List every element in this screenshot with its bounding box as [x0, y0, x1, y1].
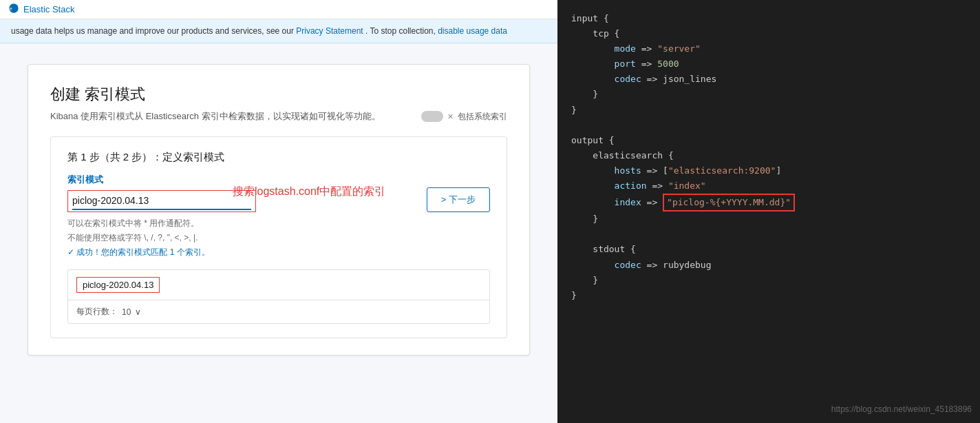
elastic-stack-link[interactable]: Elastic Stack [23, 4, 74, 14]
notice-bar: usage data helps us manage and improve o… [0, 19, 557, 43]
code-line-8 [571, 118, 966, 133]
pagination-chevron-icon[interactable]: ∨ [135, 307, 141, 317]
hint-text-1: 可以在索引模式中将 * 用作通配符。 [67, 218, 427, 229]
result-item-wrapper: piclog-2020.04.13 [68, 270, 489, 300]
create-index-pattern-card: 创建 索引模式 Kibana 使用索引模式从 Elasticsearch 索引中… [28, 64, 530, 355]
code-line-11: hosts => ["elasticsearch:9200"] [571, 163, 966, 178]
include-system-toggle[interactable] [421, 111, 443, 122]
toggle-label: 包括系统索引 [458, 111, 507, 123]
code-line-7: } [571, 103, 966, 118]
toggle-area: ✕ 包括系统索引 [421, 111, 507, 123]
code-line-1: input { [571, 11, 966, 26]
right-panel: input { tcp { mode => "server" port => 5… [557, 0, 980, 423]
result-item: piclog-2020.04.13 [76, 277, 160, 293]
code-line-2: tcp { [571, 26, 966, 41]
stop-text: . To stop collection, [365, 26, 436, 36]
next-button[interactable]: > 下一步 [427, 187, 490, 212]
watermark: https://blog.csdn.net/weixin_45183896 [831, 402, 972, 416]
input-border-box [67, 190, 256, 212]
code-line-12: action => "index" [571, 178, 966, 194]
code-line-5: codec => json_lines [571, 72, 966, 87]
step-row: 索引模式 搜索logstash.conf中配置的索引 可以在索引模式中将 * 用… [67, 174, 490, 258]
step-section: 第 1 步（共 2 步）：定义索引模式 索引模式 搜索logstash.conf… [50, 136, 507, 338]
code-line-14: } [571, 212, 966, 227]
pagination-row: 每页行数： 10 ∨ [68, 300, 489, 323]
success-text: ✓ 成功！您的索引模式匹配 1 个索引。 [67, 247, 427, 258]
code-line-6: } [571, 87, 966, 102]
main-content: 创建 索引模式 Kibana 使用索引模式从 Elasticsearch 索引中… [0, 43, 557, 423]
code-block: input { tcp { mode => "server" port => 5… [571, 11, 966, 303]
annotation-text: 搜索logstash.conf中配置的索引 [233, 185, 385, 199]
notice-text: usage data helps us manage and improve o… [11, 26, 294, 36]
elastic-logo-icon: e [8, 3, 19, 16]
code-line-4: port => 5000 [571, 56, 966, 72]
left-fields: 索引模式 搜索logstash.conf中配置的索引 可以在索引模式中将 * 用… [67, 174, 427, 258]
close-icon: ✕ [447, 112, 454, 121]
code-line-13: index => "piclog-%{+YYYY.MM.dd}" [571, 194, 966, 212]
code-line-9: output { [571, 133, 966, 148]
card-subtitle-text: Kibana 使用索引模式从 Elasticsearch 索引中检索数据，以实现… [50, 110, 381, 123]
code-line-19: } [571, 288, 966, 303]
code-line-10: elasticsearch { [571, 148, 966, 163]
pagination-label: 每页行数： [76, 306, 118, 318]
card-subtitle: Kibana 使用索引模式从 Elasticsearch 索引中检索数据，以实现… [50, 110, 507, 123]
code-line-16: stdout { [571, 242, 966, 257]
results-box: piclog-2020.04.13 每页行数： 10 ∨ [67, 269, 490, 324]
hint-text-2: 不能使用空格或字符 \, /, ?, ", <, >, |. [67, 232, 427, 244]
disable-link[interactable]: disable usage data [438, 26, 507, 36]
left-panel: e Elastic Stack usage data helps us mana… [0, 0, 557, 423]
code-line-3: mode => "server" [571, 41, 966, 56]
next-button-wrapper: > 下一步 [427, 174, 490, 212]
code-line-17: codec => rubydebug [571, 258, 966, 273]
step-title: 第 1 步（共 2 步）：定义索引模式 [67, 151, 490, 164]
pattern-input[interactable] [72, 192, 251, 210]
input-wrapper: 搜索logstash.conf中配置的索引 [67, 190, 427, 212]
code-line-18: } [571, 273, 966, 288]
privacy-link[interactable]: Privacy Statement [296, 26, 363, 36]
card-title: 创建 索引模式 [50, 84, 507, 105]
svg-text:e: e [10, 6, 12, 11]
pagination-value: 10 [122, 307, 131, 317]
code-line-15 [571, 227, 966, 242]
top-bar: e Elastic Stack [0, 0, 557, 19]
